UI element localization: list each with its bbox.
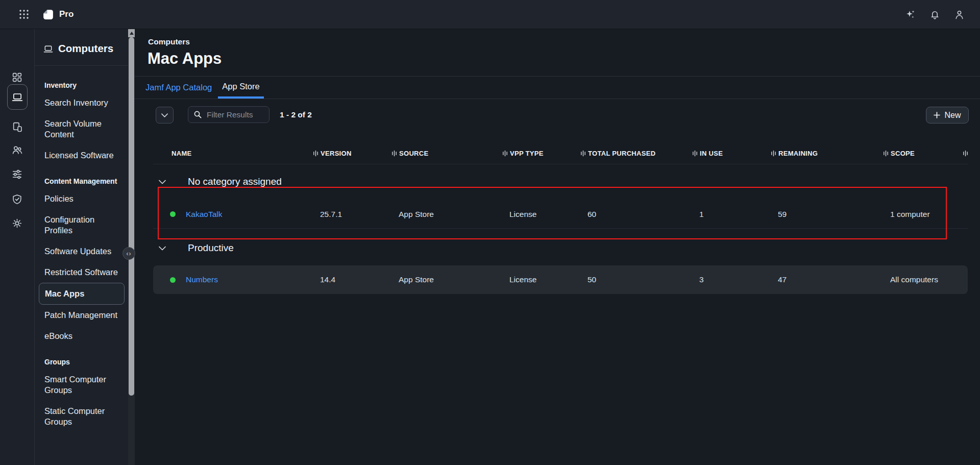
sidebar-section-groups: Groups [44, 355, 128, 369]
sort-icon [313, 150, 318, 157]
app-name-link[interactable]: KakaoTalk [186, 210, 223, 219]
table-row-numbers[interactable]: Numbers 14.4 App Store License 50 3 47 A… [153, 265, 968, 294]
sidebar-section-inventory: Inventory [44, 78, 128, 92]
sidebar-section-content-management: Content Management [44, 174, 128, 188]
col-header-vpp-type[interactable]: VPP TYPE [502, 150, 580, 157]
notifications-bell-icon[interactable] [929, 9, 940, 20]
sidebar-item-static-computer-groups[interactable]: Static Computer Groups [44, 401, 124, 432]
sidebar-item-mac-apps[interactable]: Mac Apps [39, 283, 125, 305]
filter-search-box [188, 106, 270, 123]
sidebar-item-search-inventory[interactable]: Search Inventory [44, 92, 124, 113]
col-header-scope[interactable]: SCOPE [883, 150, 963, 157]
table-header-row: NAME VERSION SOURCE VPP TYPE TOTAL PURCH… [153, 143, 968, 164]
brand[interactable]: Pro [42, 8, 74, 21]
cell-source: App Store [391, 275, 502, 284]
table-row-kakaotalk[interactable]: KakaoTalk 25.7.1 App Store License 60 1 … [153, 200, 968, 229]
sidebar-item-policies[interactable]: Policies [44, 188, 124, 209]
rail-security-shield-icon[interactable] [12, 194, 23, 205]
sort-icon [692, 150, 698, 157]
group-name: No category assigned [188, 176, 282, 187]
plus-icon [934, 112, 940, 118]
cell-remaining: 47 [771, 275, 883, 284]
cell-vpp-type: License [502, 275, 580, 284]
laptop-icon [43, 44, 53, 54]
new-button-label: New [944, 111, 961, 120]
cell-remaining: 59 [771, 210, 883, 219]
chevron-down-icon [161, 113, 168, 117]
filter-input[interactable] [206, 110, 262, 120]
sidebar-item-software-updates[interactable]: Software Updates [44, 241, 124, 262]
filter-dropdown-button[interactable] [156, 107, 174, 124]
collapse-chevrons-icon: ‹› [127, 250, 132, 257]
col-header-version[interactable]: VERSION [313, 150, 391, 157]
jamf-logo-icon [42, 8, 55, 21]
rail-users-icon[interactable] [12, 144, 23, 156]
sort-icon [580, 150, 586, 157]
app-name-link[interactable]: Numbers [186, 275, 218, 284]
cell-in-use: 1 [692, 210, 771, 219]
tabbar-divider [135, 99, 980, 99]
rail-gear-icon[interactable] [12, 218, 23, 229]
col-header-remaining[interactable]: REMAINING [771, 150, 883, 157]
status-dot-icon [170, 277, 176, 283]
cell-in-use: 3 [692, 275, 771, 284]
col-header-source[interactable]: SOURCE [391, 150, 502, 157]
page-title: Mac Apps [148, 50, 222, 68]
search-icon [193, 110, 202, 119]
sort-icon [883, 150, 889, 157]
computers-sidebar: Computers Inventory Search Inventory Sea… [35, 29, 128, 465]
rail-settings-sliders-icon[interactable] [12, 169, 23, 180]
icon-rail [0, 29, 35, 465]
cell-version: 14.4 [313, 275, 391, 284]
sidebar-title: Computers [35, 29, 128, 55]
rail-devices-icon[interactable] [12, 121, 23, 133]
sort-icon [771, 150, 776, 157]
topbar-actions [904, 9, 965, 20]
chevron-down-icon [159, 246, 166, 251]
assistant-sparkle-icon[interactable] [904, 9, 916, 20]
sort-icon [502, 150, 508, 157]
sidebar-item-licensed-software[interactable]: Licensed Software [44, 145, 124, 166]
scrollbar-thumb[interactable] [129, 37, 134, 396]
tab-bar: Jamf App Catalog App Store [141, 76, 264, 99]
cell-total-purchased: 60 [580, 210, 692, 219]
tab-app-store[interactable]: App Store [218, 76, 263, 99]
cell-scope: All computers [883, 275, 963, 284]
cell-source: App Store [391, 210, 502, 219]
jamf-pro-app: Pro [0, 0, 980, 465]
top-bar: Pro [0, 0, 980, 29]
status-dot-icon [170, 211, 176, 217]
group-header-productive[interactable]: Productive [153, 241, 234, 255]
group-name: Productive [188, 242, 234, 254]
sort-icon [963, 150, 968, 157]
col-header-total-purchased[interactable]: TOTAL PURCHASED [580, 150, 692, 157]
account-person-icon[interactable] [953, 9, 965, 20]
result-count: 1 - 2 of 2 [280, 110, 312, 119]
breadcrumb[interactable]: Computers [148, 37, 190, 46]
col-header-trailing-sort[interactable] [963, 150, 968, 157]
sidebar-item-restricted-software[interactable]: Restricted Software [44, 262, 124, 283]
sidebar-nav: Inventory Search Inventory Search Volume… [35, 66, 128, 432]
sidebar-item-configuration-profiles[interactable]: Configuration Profiles [44, 209, 124, 241]
chevron-down-icon [159, 180, 166, 184]
sidebar-item-search-volume-content[interactable]: Search Volume Content [44, 113, 124, 145]
scrollbar-up-arrow[interactable] [128, 29, 135, 37]
app-launcher-icon[interactable] [15, 6, 33, 23]
sidebar-collapse-handle[interactable]: ‹› [122, 247, 135, 260]
sidebar-item-patch-management[interactable]: Patch Management [44, 305, 124, 326]
sort-icon [391, 150, 397, 157]
rail-computers-icon[interactable] [12, 91, 23, 103]
sidebar-item-smart-computer-groups[interactable]: Smart Computer Groups [44, 369, 124, 401]
cell-version: 25.7.1 [313, 210, 391, 219]
new-button[interactable]: New [926, 107, 969, 124]
cell-scope: 1 computer [883, 210, 963, 219]
sidebar-title-label: Computers [58, 42, 113, 55]
rail-dashboard-icon[interactable] [12, 72, 23, 83]
tab-jamf-app-catalog[interactable]: Jamf App Catalog [141, 76, 216, 99]
col-header-in-use[interactable]: IN USE [692, 150, 771, 157]
cell-total-purchased: 50 [580, 275, 692, 284]
grid-dots-icon [19, 9, 29, 19]
group-header-no-category[interactable]: No category assigned [153, 175, 282, 188]
sidebar-item-ebooks[interactable]: eBooks [44, 326, 124, 347]
col-header-name[interactable]: NAME [153, 150, 313, 157]
